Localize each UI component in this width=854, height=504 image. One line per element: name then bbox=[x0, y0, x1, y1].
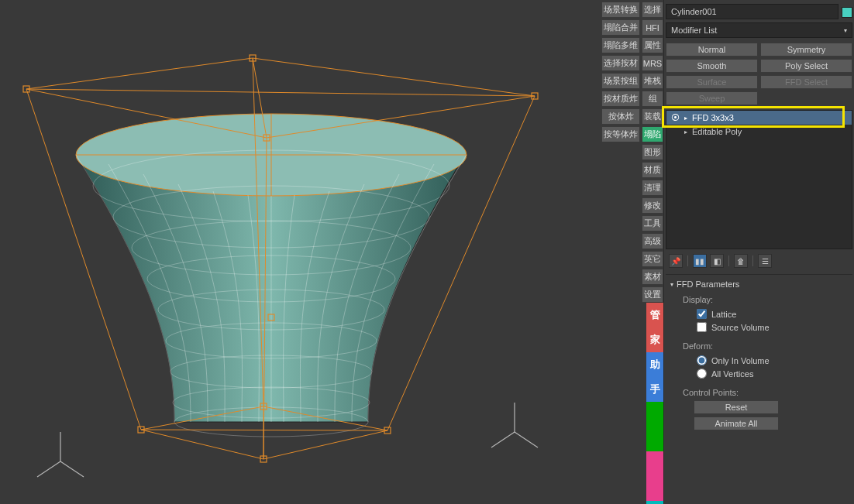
tool-clean[interactable]: 清理 bbox=[642, 180, 663, 196]
tool-stack[interactable]: 堆栈 bbox=[642, 73, 663, 89]
reset-button[interactable]: Reset bbox=[694, 400, 779, 414]
show-result-icon[interactable]: ▮▮ bbox=[693, 254, 707, 268]
object-name-field[interactable] bbox=[666, 4, 839, 19]
tablets: 管 家 助 手 bbox=[646, 303, 663, 504]
tool-explode-by-equal[interactable]: 按等体炸 bbox=[601, 126, 640, 142]
expand-icon[interactable]: ▸ bbox=[684, 115, 687, 122]
tool-explode-by-mat[interactable]: 按材质炸 bbox=[601, 91, 640, 107]
tablet-help-1[interactable]: 助 bbox=[646, 352, 663, 377]
svg-line-33 bbox=[515, 432, 538, 447]
svg-line-16 bbox=[26, 89, 535, 96]
tool-collapse[interactable]: 塌陷 bbox=[642, 126, 663, 142]
source-volume-label: Source Volume bbox=[711, 323, 770, 332]
visibility-icon[interactable]: ⦿ bbox=[671, 113, 680, 122]
make-unique-icon[interactable]: ◧ bbox=[710, 254, 724, 268]
mod-poly-select[interactable]: Poly Select bbox=[760, 59, 852, 73]
tool-group[interactable]: 组 bbox=[642, 91, 663, 107]
tool-props[interactable]: 属性 bbox=[642, 37, 663, 53]
mod-normal[interactable]: Normal bbox=[666, 43, 758, 57]
tablet-manage-2[interactable]: 家 bbox=[646, 327, 663, 352]
tool-tools[interactable]: 工具 bbox=[642, 215, 663, 231]
tool-material[interactable]: 材质 bbox=[642, 162, 663, 178]
tablet-green-1[interactable] bbox=[646, 402, 663, 427]
animate-all-button[interactable]: Animate All bbox=[694, 417, 779, 430]
tablet-pink-1[interactable] bbox=[646, 451, 663, 476]
tool-advanced[interactable]: 高级 bbox=[642, 233, 663, 249]
stack-editable-poly[interactable]: ▸ Editable Poly bbox=[666, 125, 852, 139]
lattice-label: Lattice bbox=[711, 310, 736, 319]
ffd-parameters-rollout: FFD Parameters Display: Lattice Source V… bbox=[666, 274, 852, 436]
tool-scene-convert[interactable]: 场景转换 bbox=[601, 2, 640, 18]
tool-shape[interactable]: 图形 bbox=[642, 144, 663, 160]
tool-scene-by-group[interactable]: 场景按组 bbox=[601, 73, 640, 89]
tablet-pink-2[interactable] bbox=[646, 476, 663, 501]
rollout-header[interactable]: FFD Parameters bbox=[669, 278, 849, 293]
toolbox: 场景转换选择 塌陷合并HFI 塌陷多维属性 选择按材MRS 场景按组堆栈 按材质… bbox=[601, 0, 663, 303]
mod-sweep[interactable]: Sweep bbox=[666, 91, 758, 105]
modifier-shortcuts: Normal Symmetry Smooth Poly Select Surfa… bbox=[666, 43, 852, 105]
stack-ffd[interactable]: ⦿ ▸ FFD 3x3x3 bbox=[666, 111, 852, 125]
tool-collapse-merge[interactable]: 塌陷合并 bbox=[601, 19, 640, 36]
source-volume-checkbox[interactable] bbox=[697, 322, 707, 332]
only-in-volume-label: Only In Volume bbox=[711, 356, 770, 365]
tablet-teal[interactable] bbox=[646, 501, 663, 504]
tool-explode-by-body[interactable]: 按体炸 bbox=[601, 108, 640, 125]
tool-other[interactable]: 英它 bbox=[642, 251, 663, 267]
mod-surface[interactable]: Surface bbox=[666, 75, 758, 89]
configure-sets-icon[interactable]: ☰ bbox=[758, 254, 772, 268]
svg-line-18 bbox=[141, 430, 387, 430]
tool-select[interactable]: 选择 bbox=[642, 2, 663, 18]
svg-line-32 bbox=[491, 432, 515, 447]
display-label: Display: bbox=[669, 295, 849, 304]
mod-symmetry[interactable]: Symmetry bbox=[760, 43, 852, 57]
stack-tools: 📌 ▮▮ ◧ 🗑 ☰ bbox=[666, 252, 852, 274]
modifier-list-dropdown[interactable]: Modifier List bbox=[666, 22, 852, 38]
stack-item-label: FFD 3x3x3 bbox=[692, 113, 734, 122]
all-vertices-label: All Vertices bbox=[711, 369, 753, 379]
object-color-swatch[interactable] bbox=[842, 7, 852, 18]
svg-line-29 bbox=[37, 461, 60, 477]
deform-label: Deform: bbox=[669, 341, 849, 351]
only-in-volume-radio[interactable] bbox=[697, 355, 707, 365]
lattice-checkbox[interactable] bbox=[697, 309, 707, 319]
stack-item-label: Editable Poly bbox=[692, 127, 742, 136]
tool-settings[interactable]: 设置 bbox=[642, 286, 663, 303]
tablet-help-2[interactable]: 手 bbox=[646, 377, 663, 402]
tool-select-by-mat[interactable]: 选择按材 bbox=[601, 55, 640, 71]
modify-panel: Modifier List Normal Symmetry Smooth Pol… bbox=[663, 0, 854, 504]
pin-icon[interactable]: 📌 bbox=[669, 254, 683, 268]
tool-assets[interactable]: 素材 bbox=[642, 269, 663, 285]
tool-mrs[interactable]: MRS bbox=[642, 55, 663, 71]
tool-modify[interactable]: 修改 bbox=[642, 197, 663, 214]
expand-icon[interactable]: ▸ bbox=[684, 129, 687, 135]
tool-load[interactable]: 装载 bbox=[642, 108, 663, 125]
mod-ffd-select[interactable]: FFD Select bbox=[760, 75, 852, 89]
all-vertices-radio[interactable] bbox=[697, 369, 707, 379]
svg-line-30 bbox=[60, 461, 84, 477]
control-points-label: Control Points: bbox=[669, 388, 849, 397]
viewport[interactable] bbox=[0, 0, 601, 504]
remove-modifier-icon[interactable]: 🗑 bbox=[734, 254, 748, 268]
tablet-manage-1[interactable]: 管 bbox=[646, 303, 663, 327]
tool-hfi[interactable]: HFI bbox=[642, 19, 663, 36]
tablet-green-2[interactable] bbox=[646, 427, 663, 451]
mod-smooth[interactable]: Smooth bbox=[666, 59, 758, 73]
tool-collapse-multi[interactable]: 塌陷多维 bbox=[601, 37, 640, 53]
modifier-stack[interactable]: ⦿ ▸ FFD 3x3x3 ▸ Editable Poly bbox=[666, 110, 852, 249]
